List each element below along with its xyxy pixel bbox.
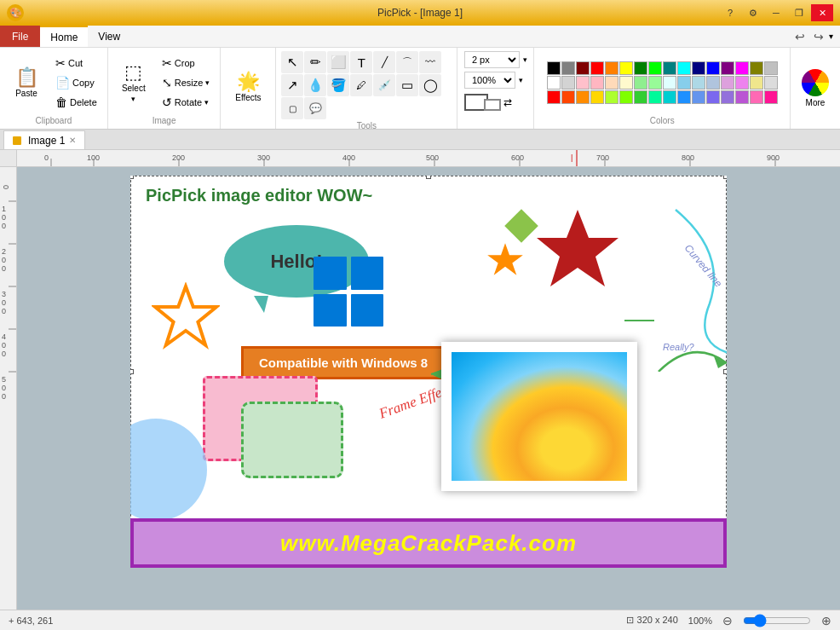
copy-button[interactable]: 📄 Copy xyxy=(50,73,102,92)
color-swatch[interactable] xyxy=(619,76,633,90)
color-swatch[interactable] xyxy=(561,90,575,104)
text-tool[interactable]: T xyxy=(350,51,372,73)
color-swatch[interactable] xyxy=(634,61,647,75)
bg-color-display[interactable] xyxy=(484,99,501,111)
color-swatch[interactable] xyxy=(735,61,749,75)
image-tab[interactable]: Image 1 ✕ xyxy=(3,130,85,149)
canvas[interactable]: PicPick image editor WOW~ Hello! xyxy=(130,176,727,568)
eyedrop-tool[interactable]: 💉 xyxy=(373,74,395,96)
close-button[interactable]: ✕ xyxy=(811,4,833,21)
color-swatch[interactable] xyxy=(677,61,691,75)
color-swatch[interactable] xyxy=(561,61,575,75)
paste-button[interactable]: 📋 Paste xyxy=(5,65,48,101)
color-swatch[interactable] xyxy=(605,90,618,104)
zoom-plus-button[interactable]: ⊕ xyxy=(821,614,831,627)
color-swatch[interactable] xyxy=(692,90,705,104)
color-swatch[interactable] xyxy=(692,76,705,90)
color-swatch[interactable] xyxy=(663,76,676,90)
color-swatch[interactable] xyxy=(590,61,604,75)
zoom-minus-button[interactable]: ⊖ xyxy=(722,614,733,627)
swap-colors-button[interactable]: ⇄ xyxy=(503,96,512,108)
freehand-tool[interactable]: 〰 xyxy=(419,51,441,73)
restore-button[interactable]: ❐ xyxy=(788,4,810,21)
settings-button[interactable]: ⚙ xyxy=(742,4,764,21)
canvas-wrap[interactable]: PicPick image editor WOW~ Hello! xyxy=(17,167,840,610)
cut-button[interactable]: ✂ Cut xyxy=(50,54,102,72)
crop-button[interactable]: ✂ Crop xyxy=(157,54,216,72)
color-swatch[interactable] xyxy=(576,76,590,90)
color-swatch[interactable] xyxy=(547,90,561,104)
eraser-tool[interactable]: ⬜ xyxy=(327,51,349,73)
zoom-slider[interactable] xyxy=(743,614,811,627)
delete-button[interactable]: 🗑 Delete xyxy=(50,93,102,112)
color-swatch[interactable] xyxy=(619,61,633,75)
thickness-select[interactable]: 2 px1 px3 px5 px xyxy=(464,51,520,68)
home-tab[interactable]: Home xyxy=(40,26,88,47)
file-menu[interactable]: File xyxy=(0,26,40,47)
redo-button[interactable]: ↪ xyxy=(810,28,827,45)
pencil-tool[interactable]: ✏ xyxy=(304,51,326,73)
color-swatch[interactable] xyxy=(764,76,778,90)
color-swatch[interactable] xyxy=(750,61,763,75)
color-swatch[interactable] xyxy=(706,76,720,90)
bucket-tool[interactable]: 🪣 xyxy=(327,74,349,96)
color-swatch[interactable] xyxy=(576,61,590,75)
color-swatch[interactable] xyxy=(735,90,749,104)
color-swatch[interactable] xyxy=(576,90,590,104)
color-swatch[interactable] xyxy=(721,61,734,75)
color-swatch[interactable] xyxy=(677,90,691,104)
color-swatch[interactable] xyxy=(648,76,662,90)
color-swatch[interactable] xyxy=(561,76,575,90)
color-swatch[interactable] xyxy=(648,90,662,104)
color-swatch[interactable] xyxy=(692,61,705,75)
tab-close-icon[interactable]: ✕ xyxy=(69,136,76,145)
color-swatch[interactable] xyxy=(648,61,662,75)
resize-button[interactable]: ⤡ Resize ▾ xyxy=(157,73,216,92)
color-swatch[interactable] xyxy=(547,76,561,90)
minimize-button[interactable]: ─ xyxy=(765,4,787,21)
color-swatch[interactable] xyxy=(663,90,676,104)
handle-tr[interactable] xyxy=(723,176,727,179)
effects-button[interactable]: 🌟 Effects xyxy=(226,69,270,106)
color-swatch[interactable] xyxy=(547,61,561,75)
color-swatch[interactable] xyxy=(735,76,749,90)
pointer-tool[interactable]: ↖ xyxy=(281,51,303,73)
color-swatch[interactable] xyxy=(677,76,691,90)
color-swatch[interactable] xyxy=(605,76,618,90)
color-swatch[interactable] xyxy=(750,76,763,90)
color-swatch[interactable] xyxy=(619,90,633,104)
handle-tm[interactable] xyxy=(426,176,431,179)
rounded-rect-tool[interactable]: ▢ xyxy=(281,97,303,119)
color-swatch[interactable] xyxy=(721,90,734,104)
color-swatch[interactable] xyxy=(764,61,778,75)
color-swatch[interactable] xyxy=(750,90,763,104)
color-swatch[interactable] xyxy=(706,90,720,104)
curve-tool[interactable]: ⌒ xyxy=(396,51,418,73)
help-button[interactable]: ? xyxy=(719,4,741,21)
handle-tl[interactable] xyxy=(130,176,134,179)
color-swatch[interactable] xyxy=(663,61,676,75)
rotate-button[interactable]: ↺ Rotate ▾ xyxy=(157,93,216,112)
ellipse-tool[interactable]: ◯ xyxy=(419,74,441,96)
line-tool[interactable]: ╱ xyxy=(373,51,395,73)
color-swatch[interactable] xyxy=(590,90,604,104)
color-swatch[interactable] xyxy=(721,76,734,90)
view-tab[interactable]: View xyxy=(88,26,130,47)
color-swatch[interactable] xyxy=(764,90,778,104)
highlight-tool[interactable]: 🖊 xyxy=(350,74,372,96)
handle-ml[interactable] xyxy=(130,369,134,374)
color-swatch[interactable] xyxy=(706,61,720,75)
rect-tool[interactable]: ▭ xyxy=(396,74,418,96)
more-colors-button[interactable]: More xyxy=(796,65,835,112)
zoom-select[interactable]: 100%50%75%150%200% xyxy=(464,72,515,89)
color-swatch[interactable] xyxy=(590,76,604,90)
select-button[interactable]: ⬚ Select ▾ xyxy=(113,60,154,107)
color-swatch[interactable] xyxy=(634,76,647,90)
speech-tool[interactable]: 💬 xyxy=(304,97,326,119)
undo-dropdown[interactable]: ▾ xyxy=(829,32,833,41)
undo-button[interactable]: ↩ xyxy=(791,28,808,45)
arrow-tool[interactable]: ↗ xyxy=(281,74,303,96)
color-pick-tool[interactable]: 💧 xyxy=(304,74,326,96)
color-swatch[interactable] xyxy=(605,61,618,75)
color-swatch[interactable] xyxy=(634,90,647,104)
